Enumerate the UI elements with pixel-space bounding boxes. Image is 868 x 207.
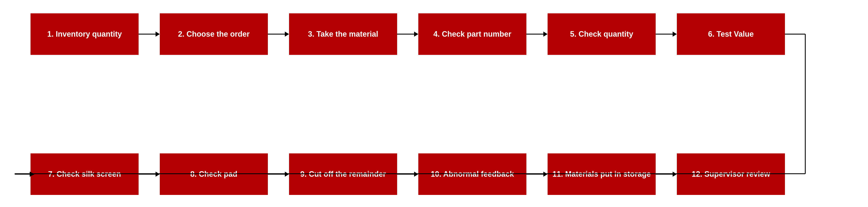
arrow-head (544, 32, 548, 37)
arrow-8-9 (268, 172, 289, 177)
flow-row-1: 1. Inventory quantity 2. Choose the orde… (31, 13, 785, 55)
arrow-3-4 (397, 32, 418, 37)
arrow-head (156, 172, 160, 177)
arrow-line (397, 174, 414, 175)
step-3[interactable]: 3. Take the material (289, 13, 397, 55)
step-1[interactable]: 1. Inventory quantity (31, 13, 138, 55)
arrow-head (156, 32, 160, 37)
arrow-line (526, 174, 544, 175)
arrow-line (138, 174, 156, 175)
arrow-head (285, 172, 289, 177)
arrow-line (268, 174, 285, 175)
arrow-11-12 (656, 172, 677, 177)
arrow-head (544, 172, 548, 177)
step-4[interactable]: 4. Check part number (418, 13, 526, 55)
arrow-head (285, 32, 289, 37)
step-7[interactable]: 7. Check silk screen (31, 153, 138, 195)
flow-row-2: 7. Check silk screen 8. Check pad 9. Cut… (31, 153, 785, 195)
step-12[interactable]: 12. Supervisor review (677, 153, 785, 195)
arrow-5-6 (656, 32, 677, 37)
arrow-9-10 (397, 172, 418, 177)
arrow-line (526, 34, 544, 34)
step-11[interactable]: 11. Materials put in storage (548, 153, 656, 195)
arrow-2-3 (268, 32, 289, 37)
arrow-1-2 (138, 32, 160, 37)
arrow-4-5 (526, 32, 548, 37)
arrow-7-8 (138, 172, 160, 177)
arrow-line (397, 34, 414, 34)
arrow-line (268, 34, 285, 34)
step-9[interactable]: 9. Cut off the remainder (289, 153, 397, 195)
step-10[interactable]: 10. Abnormal feedback (418, 153, 526, 195)
step-5[interactable]: 5. Check quantity (548, 13, 656, 55)
step-8[interactable]: 8. Check pad (160, 153, 268, 195)
arrow-head (414, 32, 418, 37)
arrow-head (673, 172, 677, 177)
arrow-line (138, 34, 156, 34)
arrow-head (673, 32, 677, 37)
arrow-line (656, 174, 673, 175)
arrow-head (414, 172, 418, 177)
arrow-line (656, 34, 673, 34)
step-6[interactable]: 6. Test Value (677, 13, 785, 55)
arrow-10-11 (526, 172, 548, 177)
step-2[interactable]: 2. Choose the order (160, 13, 268, 55)
diagram-container: 1. Inventory quantity 2. Choose the orde… (0, 0, 868, 207)
